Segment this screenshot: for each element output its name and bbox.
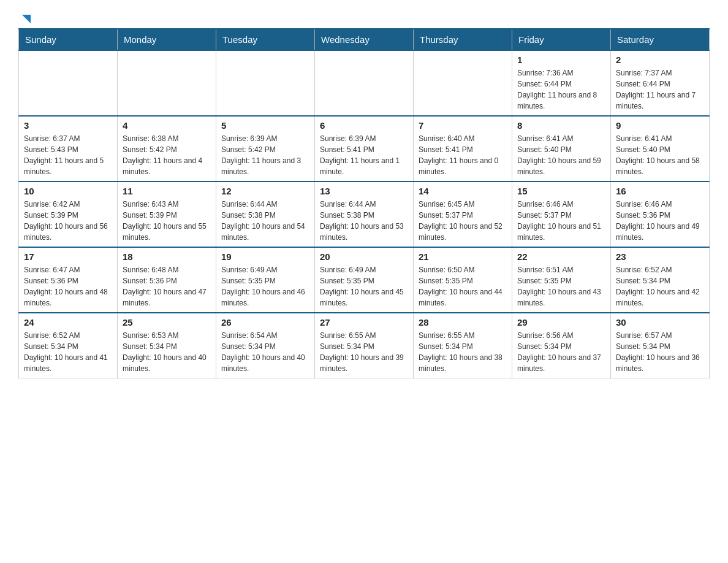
calendar-day-cell: 30Sunrise: 6:57 AM Sunset: 5:34 PM Dayli… <box>611 313 710 378</box>
calendar-day-cell: 7Sunrise: 6:40 AM Sunset: 5:41 PM Daylig… <box>414 116 512 182</box>
calendar-day-cell <box>118 50 216 116</box>
calendar-day-cell: 21Sunrise: 6:50 AM Sunset: 5:35 PM Dayli… <box>414 247 512 313</box>
day-info: Sunrise: 6:39 AM Sunset: 5:41 PM Dayligh… <box>320 133 408 177</box>
day-number: 8 <box>517 120 605 131</box>
day-number: 26 <box>221 317 309 327</box>
day-number: 4 <box>123 120 211 131</box>
day-info: Sunrise: 6:46 AM Sunset: 5:37 PM Dayligh… <box>517 199 605 243</box>
day-number: 22 <box>517 251 605 262</box>
calendar-day-cell: 9Sunrise: 6:41 AM Sunset: 5:40 PM Daylig… <box>611 116 710 182</box>
day-info: Sunrise: 6:53 AM Sunset: 5:34 PM Dayligh… <box>123 330 211 374</box>
day-info: Sunrise: 6:43 AM Sunset: 5:39 PM Dayligh… <box>123 199 211 243</box>
day-number: 7 <box>419 120 507 131</box>
day-of-week-header: Friday <box>512 29 611 50</box>
day-number: 14 <box>419 186 507 196</box>
calendar-day-cell <box>19 50 118 116</box>
day-info: Sunrise: 6:37 AM Sunset: 5:43 PM Dayligh… <box>24 133 112 177</box>
calendar-day-cell: 15Sunrise: 6:46 AM Sunset: 5:37 PM Dayli… <box>512 182 611 247</box>
day-info: Sunrise: 6:40 AM Sunset: 5:41 PM Dayligh… <box>419 133 507 177</box>
day-number: 23 <box>616 251 704 262</box>
day-info: Sunrise: 7:37 AM Sunset: 6:44 PM Dayligh… <box>616 67 704 112</box>
day-info: Sunrise: 6:42 AM Sunset: 5:39 PM Dayligh… <box>24 199 112 243</box>
calendar-day-cell: 8Sunrise: 6:41 AM Sunset: 5:40 PM Daylig… <box>512 116 611 182</box>
day-of-week-header: Sunday <box>19 29 118 50</box>
day-of-week-header: Saturday <box>611 29 710 50</box>
day-info: Sunrise: 6:38 AM Sunset: 5:42 PM Dayligh… <box>123 133 211 177</box>
calendar-week-row: 17Sunrise: 6:47 AM Sunset: 5:36 PM Dayli… <box>19 247 710 313</box>
logo <box>18 12 33 22</box>
day-info: Sunrise: 6:46 AM Sunset: 5:36 PM Dayligh… <box>616 199 704 243</box>
calendar-week-row: 3Sunrise: 6:37 AM Sunset: 5:43 PM Daylig… <box>19 116 710 182</box>
calendar-day-cell <box>414 50 512 116</box>
day-number: 20 <box>320 251 408 262</box>
calendar-day-cell: 29Sunrise: 6:56 AM Sunset: 5:34 PM Dayli… <box>512 313 611 378</box>
calendar-day-cell: 25Sunrise: 6:53 AM Sunset: 5:34 PM Dayli… <box>118 313 216 378</box>
day-info: Sunrise: 6:55 AM Sunset: 5:34 PM Dayligh… <box>320 330 408 374</box>
day-number: 21 <box>419 251 507 262</box>
calendar-day-cell: 27Sunrise: 6:55 AM Sunset: 5:34 PM Dayli… <box>315 313 414 378</box>
calendar-day-cell <box>216 50 315 116</box>
day-number: 2 <box>616 55 704 65</box>
day-number: 30 <box>616 317 704 327</box>
day-info: Sunrise: 6:41 AM Sunset: 5:40 PM Dayligh… <box>517 133 605 177</box>
calendar-week-row: 10Sunrise: 6:42 AM Sunset: 5:39 PM Dayli… <box>19 182 710 247</box>
day-number: 5 <box>221 120 309 131</box>
day-number: 13 <box>320 186 408 196</box>
day-info: Sunrise: 6:41 AM Sunset: 5:40 PM Dayligh… <box>616 133 704 177</box>
logo-triangle-icon <box>20 12 33 26</box>
calendar-day-cell: 23Sunrise: 6:52 AM Sunset: 5:34 PM Dayli… <box>611 247 710 313</box>
day-number: 1 <box>517 55 605 65</box>
day-number: 29 <box>517 317 605 327</box>
calendar-day-cell: 24Sunrise: 6:52 AM Sunset: 5:34 PM Dayli… <box>19 313 118 378</box>
day-info: Sunrise: 6:50 AM Sunset: 5:35 PM Dayligh… <box>419 264 507 308</box>
calendar-day-cell: 22Sunrise: 6:51 AM Sunset: 5:35 PM Dayli… <box>512 247 611 313</box>
day-number: 15 <box>517 186 605 196</box>
day-info: Sunrise: 6:56 AM Sunset: 5:34 PM Dayligh… <box>517 330 605 374</box>
calendar-week-row: 24Sunrise: 6:52 AM Sunset: 5:34 PM Dayli… <box>19 313 710 378</box>
day-number: 3 <box>24 120 112 131</box>
day-info: Sunrise: 6:49 AM Sunset: 5:35 PM Dayligh… <box>221 264 309 308</box>
day-info: Sunrise: 6:52 AM Sunset: 5:34 PM Dayligh… <box>616 264 704 308</box>
calendar-table: SundayMondayTuesdayWednesdayThursdayFrid… <box>18 28 710 378</box>
svg-marker-0 <box>22 15 31 23</box>
calendar-day-cell: 12Sunrise: 6:44 AM Sunset: 5:38 PM Dayli… <box>216 182 315 247</box>
day-info: Sunrise: 6:55 AM Sunset: 5:34 PM Dayligh… <box>419 330 507 374</box>
calendar-day-cell: 20Sunrise: 6:49 AM Sunset: 5:35 PM Dayli… <box>315 247 414 313</box>
calendar-day-cell: 28Sunrise: 6:55 AM Sunset: 5:34 PM Dayli… <box>414 313 512 378</box>
day-number: 28 <box>419 317 507 327</box>
calendar-day-cell: 13Sunrise: 6:44 AM Sunset: 5:38 PM Dayli… <box>315 182 414 247</box>
day-number: 10 <box>24 186 112 196</box>
day-number: 25 <box>123 317 211 327</box>
calendar-day-cell: 26Sunrise: 6:54 AM Sunset: 5:34 PM Dayli… <box>216 313 315 378</box>
day-info: Sunrise: 6:44 AM Sunset: 5:38 PM Dayligh… <box>320 199 408 243</box>
page-header <box>18 12 710 22</box>
day-number: 17 <box>24 251 112 262</box>
day-info: Sunrise: 6:49 AM Sunset: 5:35 PM Dayligh… <box>320 264 408 308</box>
calendar-week-row: 1Sunrise: 7:36 AM Sunset: 6:44 PM Daylig… <box>19 50 710 116</box>
calendar-day-cell: 6Sunrise: 6:39 AM Sunset: 5:41 PM Daylig… <box>315 116 414 182</box>
day-of-week-header: Wednesday <box>315 29 414 50</box>
day-number: 12 <box>221 186 309 196</box>
calendar-day-cell: 5Sunrise: 6:39 AM Sunset: 5:42 PM Daylig… <box>216 116 315 182</box>
calendar-day-cell <box>315 50 414 116</box>
day-number: 11 <box>123 186 211 196</box>
calendar-day-cell: 16Sunrise: 6:46 AM Sunset: 5:36 PM Dayli… <box>611 182 710 247</box>
day-number: 24 <box>24 317 112 327</box>
calendar-day-cell: 11Sunrise: 6:43 AM Sunset: 5:39 PM Dayli… <box>118 182 216 247</box>
day-info: Sunrise: 7:36 AM Sunset: 6:44 PM Dayligh… <box>517 67 605 112</box>
day-number: 18 <box>123 251 211 262</box>
day-info: Sunrise: 6:39 AM Sunset: 5:42 PM Dayligh… <box>221 133 309 177</box>
day-info: Sunrise: 6:54 AM Sunset: 5:34 PM Dayligh… <box>221 330 309 374</box>
day-number: 19 <box>221 251 309 262</box>
day-info: Sunrise: 6:57 AM Sunset: 5:34 PM Dayligh… <box>616 330 704 374</box>
day-info: Sunrise: 6:47 AM Sunset: 5:36 PM Dayligh… <box>24 264 112 308</box>
calendar-day-cell: 3Sunrise: 6:37 AM Sunset: 5:43 PM Daylig… <box>19 116 118 182</box>
day-of-week-header: Monday <box>118 29 216 50</box>
calendar-day-cell: 1Sunrise: 7:36 AM Sunset: 6:44 PM Daylig… <box>512 50 611 116</box>
day-number: 16 <box>616 186 704 196</box>
day-info: Sunrise: 6:48 AM Sunset: 5:36 PM Dayligh… <box>123 264 211 308</box>
day-number: 6 <box>320 120 408 131</box>
calendar-day-cell: 2Sunrise: 7:37 AM Sunset: 6:44 PM Daylig… <box>611 50 710 116</box>
day-number: 27 <box>320 317 408 327</box>
day-of-week-header: Thursday <box>414 29 512 50</box>
